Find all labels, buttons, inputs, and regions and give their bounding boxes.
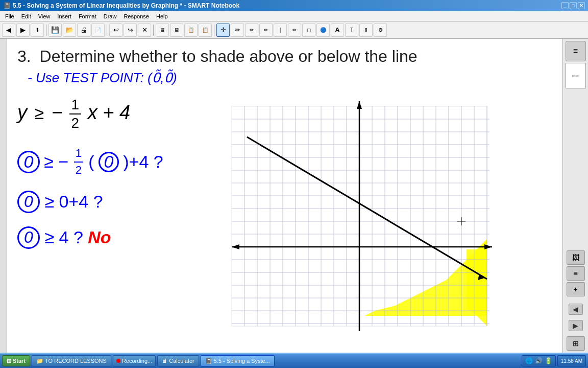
menu-format[interactable]: Format (76, 13, 100, 20)
toolbar-back[interactable]: ◀ (2, 24, 15, 37)
right-panel: ≡ page 🖼 ≡ + ◀ ▶ ⊞ (562, 39, 588, 353)
app-icon: 📓 (3, 2, 11, 9)
toolbar-pen1[interactable]: ✏ (231, 24, 244, 37)
record-lessons-label: TO RECORD LESSONS (45, 358, 107, 364)
time-display[interactable]: 11:58 AM (557, 355, 586, 366)
toolbar-text[interactable]: A (331, 24, 344, 37)
tray-volume: 🔊 (535, 357, 543, 364)
tray-battery: 🔋 (545, 357, 552, 364)
title-bar-left: 📓 5.5 - Solving a System of Linear Inequ… (3, 2, 239, 9)
menu-bar: File Edit View Insert Format Draw Respon… (0, 11, 588, 21)
menu-file[interactable]: File (2, 13, 17, 20)
taskbar-record-lessons[interactable]: 📁 TO RECORD LESSONS (32, 355, 111, 366)
recording-dot (116, 359, 120, 363)
step-heading: 3. Determine whether to shade above or b… (17, 47, 552, 66)
start-button[interactable]: ⊞ Start (2, 355, 30, 366)
taskbar-notebook[interactable]: 📓 5.5 - Solving a Syste... (201, 355, 275, 366)
notebook-content: 3. Determine whether to shade above or b… (7, 39, 562, 353)
sep1 (46, 25, 46, 36)
notebook-label: 5.5 - Solving a Syste... (214, 358, 270, 364)
close-button[interactable]: ✕ (578, 2, 585, 9)
test-point-line: - Use TEST POINT: (0̃,0̃) (28, 70, 552, 86)
toolbar-pen3[interactable]: ✏ (259, 24, 273, 37)
main-equation: y ≥ − 1 2 x + 4 (17, 96, 211, 131)
toolbar-save[interactable]: 💾 (48, 24, 62, 37)
toolbar-redo[interactable]: ↪ (124, 24, 137, 37)
step-text: Determine whether to shade above or belo… (40, 47, 418, 65)
recording-label: Recording... (122, 358, 152, 364)
menu-draw[interactable]: Draw (101, 13, 120, 20)
toolbar-up[interactable]: ⬆ (31, 24, 44, 37)
tray-network: 🌐 (525, 357, 533, 364)
menu-help[interactable]: Help (153, 13, 171, 20)
sep2 (107, 25, 107, 36)
right-panel-zoom[interactable]: ⊞ (567, 336, 585, 351)
right-panel-menu[interactable]: ≡ (566, 41, 586, 61)
menu-insert[interactable]: Insert (54, 13, 75, 20)
toolbar: ◀ ▶ ⬆ 💾 📂 🖨 📄 ↩ ↪ ✕ 🖥 🖥 📋 📋 ✛ ✏ ✏ ✏ | ✏ … (0, 21, 588, 39)
title-bar: 📓 5.5 - Solving a System of Linear Inequ… (0, 0, 588, 11)
notebook-icon: 📓 (205, 358, 212, 364)
svg-marker-43 (484, 244, 492, 249)
toolbar-screen2[interactable]: 🖥 (170, 24, 183, 37)
page-thumbnail[interactable]: page (566, 63, 586, 88)
check-line-2: 0 ≥ 0+4 ? (17, 189, 211, 214)
svg-marker-41 (357, 101, 362, 109)
toolbar-print[interactable]: 🖨 (77, 24, 90, 37)
toolbar-select[interactable]: ✛ (216, 24, 230, 37)
notebook-area[interactable]: 3. Determine whether to shade above or b… (7, 39, 562, 353)
step-number: 3. (17, 47, 31, 65)
record-lessons-icon: 📁 (36, 358, 43, 364)
toolbar-paste[interactable]: 📋 (199, 24, 212, 37)
toolbar-pen2[interactable]: ✏ (245, 24, 258, 37)
graph-container (227, 96, 497, 336)
toolbar-eraser[interactable]: ◻ (302, 24, 315, 37)
calculator-label: Calculator (169, 358, 194, 364)
maximize-button[interactable]: □ (570, 2, 577, 9)
calculator-icon: 🖩 (162, 358, 167, 364)
test-point-prefix: - Use TEST POINT: (28, 70, 144, 85)
taskbar: ⊞ Start 📁 TO RECORD LESSONS Recording...… (0, 353, 588, 368)
title-bar-controls[interactable]: _ □ ✕ (561, 2, 585, 9)
sep3 (153, 25, 154, 36)
toolbar-undo[interactable]: ↩ (109, 24, 122, 37)
toolbar-marker[interactable]: ✏ (288, 24, 301, 37)
menu-edit[interactable]: Edit (18, 13, 34, 20)
main-area: 3. Determine whether to shade above or b… (0, 39, 588, 353)
toolbar-shape[interactable]: T (345, 24, 358, 37)
right-panel-collapse-left[interactable]: ◀ (569, 304, 583, 315)
toolbar-copy[interactable]: 📋 (184, 24, 198, 37)
start-label: Start (13, 358, 26, 364)
toolbar-more[interactable]: ⚙ (374, 24, 387, 37)
check-line-1: 0 ≥ − 1 2 ( 0 )+4 ? (17, 146, 211, 178)
start-icon: ⊞ (7, 358, 11, 364)
test-point-value: (0̃,0̃) (148, 70, 177, 85)
check-line-3: 0 ≥ 4 ? No (17, 224, 211, 250)
minimize-button[interactable]: _ (561, 2, 569, 9)
window-title: 5.5 - Solving a System of Linear Inequal… (13, 2, 239, 9)
taskbar-calculator[interactable]: 🖩 Calculator (157, 355, 199, 366)
toolbar-delete[interactable]: ✕ (138, 24, 151, 37)
toolbar-open[interactable]: 📂 (63, 24, 76, 37)
menu-view[interactable]: View (35, 13, 54, 20)
right-panel-properties[interactable]: ≡ (567, 266, 585, 281)
right-panel-addons[interactable]: + (567, 282, 585, 296)
equations-col: y ≥ − 1 2 x + 4 0 ≥ − (17, 96, 211, 249)
toolbar-arrow[interactable]: ⬆ (359, 24, 373, 37)
taskbar-recording[interactable]: Recording... (113, 355, 156, 366)
system-tray: 🌐 🔊 🔋 (522, 355, 556, 366)
toolbar-fill[interactable]: 🔵 (316, 24, 330, 37)
graph-svg (227, 96, 497, 336)
toolbar-page[interactable]: 📄 (91, 24, 105, 37)
right-panel-gallery[interactable]: 🖼 (567, 250, 585, 265)
no-label: No (88, 227, 111, 247)
math-area: y ≥ − 1 2 x + 4 0 ≥ − (17, 96, 552, 336)
right-panel-collapse-right[interactable]: ▶ (569, 320, 583, 331)
left-panel (0, 39, 7, 353)
toolbar-forward[interactable]: ▶ (16, 24, 30, 37)
menu-response[interactable]: Response (120, 13, 152, 20)
toolbar-screen1[interactable]: 🖥 (156, 24, 169, 37)
sep4 (214, 25, 214, 36)
toolbar-pen4[interactable]: | (274, 24, 287, 37)
